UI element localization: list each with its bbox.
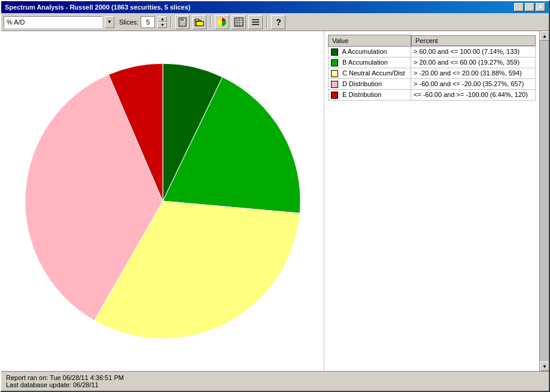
report-date: Report ran on: Tue 06/28/11 4:36:51 PM xyxy=(6,374,544,381)
db-update: Last database update: 06/28/11 xyxy=(6,381,544,388)
legend-row: D Distribution > -60.00 and <= -20.00 (3… xyxy=(329,78,536,89)
step-up-button[interactable]: ▲ xyxy=(157,16,167,22)
save-button[interactable] xyxy=(175,15,190,29)
legend-color-box xyxy=(331,92,338,99)
slices-label: Slices: xyxy=(119,19,138,26)
col-percent-header: Percent xyxy=(411,35,535,46)
pie-chart xyxy=(16,54,309,348)
minimize-button[interactable]: _ xyxy=(514,3,524,11)
legend-color-box xyxy=(331,81,338,88)
svg-rect-1 xyxy=(180,18,184,21)
help-button[interactable]: ? xyxy=(271,15,285,29)
separator-1 xyxy=(171,16,172,28)
scroll-up-button[interactable]: ▲ xyxy=(540,31,549,41)
legend-color-box xyxy=(331,70,338,77)
legend-row: B Accumulation > 20.00 and <= 60.00 (19.… xyxy=(329,57,536,68)
legend-color-box xyxy=(331,48,338,56)
legend-area: Value Percent A Accumulation > 60.00 and… xyxy=(324,31,539,371)
title-bar: Spectrum Analysis - Russell 2000 (1863 s… xyxy=(1,1,549,13)
svg-rect-5 xyxy=(196,22,203,26)
legend-range: > -20.00 and <= 20.00 (31.88%, 594) xyxy=(411,68,536,78)
scroll-track xyxy=(540,41,549,361)
grid-button[interactable] xyxy=(232,15,246,29)
legend-label: B Accumulation xyxy=(329,57,411,68)
col-value-header: Value xyxy=(329,35,411,47)
maximize-button[interactable]: □ xyxy=(525,3,534,11)
separator-3 xyxy=(266,16,268,28)
dropdown-value: % A/D xyxy=(7,19,25,26)
scroll-down-button[interactable]: ▼ xyxy=(540,361,549,371)
slices-stepper: ▲ ▼ xyxy=(157,16,167,28)
dropdown-arrow[interactable]: ▼ xyxy=(105,16,114,28)
slices-input[interactable]: 5 xyxy=(141,16,155,28)
legend-row: E Distribution <= -60.00 and >= -100.00 … xyxy=(329,89,536,100)
svg-rect-4 xyxy=(195,19,199,21)
pie-chart-button[interactable] xyxy=(215,15,229,29)
separator-2 xyxy=(210,16,211,28)
legend-table: Value Percent A Accumulation > 60.00 and… xyxy=(328,35,536,101)
list-button[interactable] xyxy=(248,15,263,29)
legend-range: > 20.00 and <= 60.00 (19.27%, 359) xyxy=(411,57,536,68)
open-button[interactable] xyxy=(192,15,206,29)
scrollbar: ▲ ▼ xyxy=(539,31,549,371)
legend-range: > -60.00 and <= -20.00 (35.27%, 657) xyxy=(411,78,536,89)
legend-row: A Accumulation > 60.00 and <= 100.00 (7.… xyxy=(329,46,536,57)
window-title: Spectrum Analysis - Russell 2000 (1863 s… xyxy=(5,4,190,11)
indicator-dropdown[interactable]: % A/D xyxy=(4,16,102,28)
toolbar: % A/D ▼ Slices: 5 ▲ ▼ xyxy=(1,13,549,31)
legend-row: C Neutral Accum/Dist > -20.00 and <= 20.… xyxy=(329,68,536,78)
chart-area xyxy=(1,31,324,371)
legend-range: > 60.00 and <= 100.00 (7.14%, 133) xyxy=(411,46,536,57)
legend-label: A Accumulation xyxy=(329,46,411,57)
step-down-button[interactable]: ▼ xyxy=(157,22,167,28)
legend-label: E Distribution xyxy=(329,89,411,100)
legend-range: <= -60.00 and >= -100.00 (6.44%, 120) xyxy=(411,89,536,100)
main-area: Value Percent A Accumulation > 60.00 and… xyxy=(1,31,539,371)
legend-label: C Neutral Accum/Dist xyxy=(329,68,411,78)
main-window: Spectrum Analysis - Russell 2000 (1863 s… xyxy=(0,0,550,392)
svg-rect-2 xyxy=(180,23,185,26)
window-controls: _ □ ✕ xyxy=(514,3,545,11)
legend-color-box xyxy=(331,59,338,66)
footer: Report ran on: Tue 06/28/11 4:36:51 PM L… xyxy=(1,371,549,391)
legend-label: D Distribution xyxy=(329,78,411,89)
pie-chart-container xyxy=(16,54,309,348)
help-icon: ? xyxy=(276,17,281,27)
close-button[interactable]: ✕ xyxy=(536,3,545,11)
